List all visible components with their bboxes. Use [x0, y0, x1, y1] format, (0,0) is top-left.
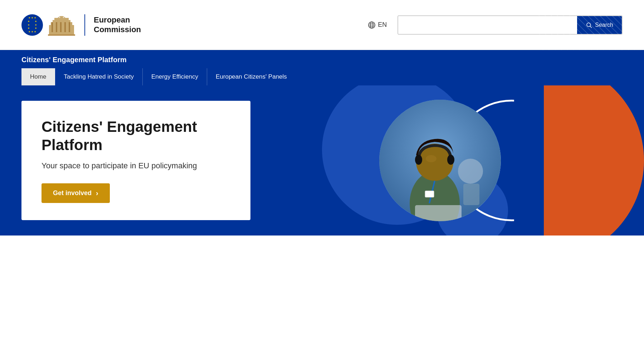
- nav-menu: Home Tackling Hatred in Society Energy E…: [21, 68, 623, 85]
- chevron-right-icon: ›: [96, 189, 98, 197]
- hero-section: Citizens' Engagement Platform Your space…: [0, 85, 644, 235]
- bottom-content-area: [0, 235, 644, 362]
- language-selector[interactable]: EN: [368, 21, 387, 29]
- svg-rect-10: [48, 34, 75, 36]
- svg-point-28: [426, 155, 436, 162]
- svg-rect-24: [425, 191, 434, 197]
- nav-item-panels[interactable]: European Citizens' Panels: [207, 68, 296, 85]
- orange-semicircle: [544, 85, 644, 235]
- svg-rect-4: [52, 22, 53, 32]
- hero-title: Citizens' Engagement Platform: [42, 118, 230, 154]
- svg-rect-6: [60, 22, 62, 32]
- svg-rect-25: [415, 205, 462, 221]
- svg-rect-8: [69, 22, 70, 32]
- hero-photo-circle: [379, 100, 501, 221]
- logo-divider: [84, 14, 85, 36]
- svg-point-26: [458, 159, 483, 184]
- lang-code: EN: [378, 21, 387, 29]
- hero-subtitle: Your space to participate in EU policyma…: [42, 161, 230, 170]
- hero-card: Citizens' Engagement Platform Your space…: [21, 101, 250, 220]
- svg-point-21: [415, 155, 422, 165]
- svg-rect-27: [463, 184, 479, 205]
- platform-title: Citizens' Engagement Platform: [21, 50, 623, 68]
- commission-building-icon: [47, 14, 76, 36]
- nav-item-energy[interactable]: Energy Efficiency: [143, 68, 207, 85]
- logo-area[interactable]: European Commission: [21, 14, 141, 36]
- eu-flag-icon: [21, 14, 43, 36]
- nav-bar: Citizens' Engagement Platform Home Tackl…: [0, 50, 644, 85]
- svg-rect-7: [64, 22, 66, 32]
- svg-rect-9: [60, 16, 63, 18]
- svg-rect-3: [54, 18, 69, 21]
- site-header: European Commission EN Sea: [0, 0, 644, 50]
- globe-icon: [368, 21, 376, 29]
- get-involved-button[interactable]: Get involved ›: [42, 183, 110, 203]
- header-bg-pattern: [537, 0, 644, 50]
- svg-point-22: [447, 155, 454, 165]
- nav-item-home[interactable]: Home: [21, 68, 55, 85]
- org-name: European Commission: [94, 15, 141, 34]
- nav-item-tackling[interactable]: Tackling Hatred in Society: [55, 68, 143, 85]
- person-illustration: [379, 100, 501, 221]
- svg-rect-5: [56, 22, 57, 32]
